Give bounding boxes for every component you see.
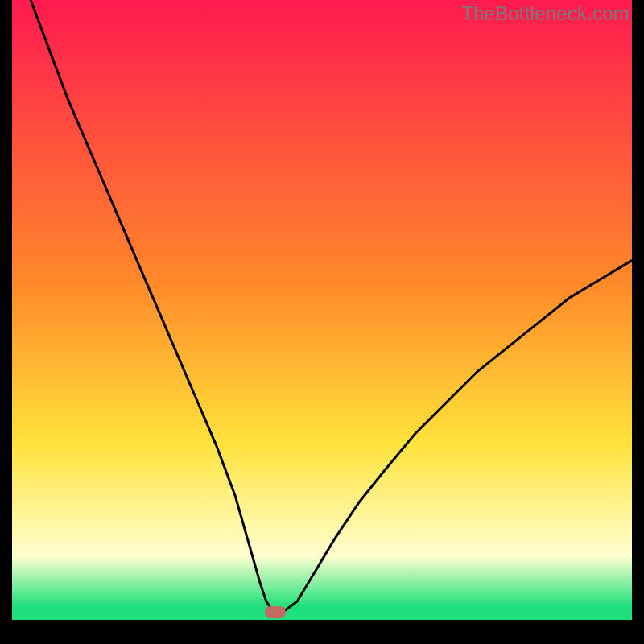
chart-frame [12, 0, 632, 632]
optimal-point-marker [265, 606, 286, 618]
bottom-border [12, 620, 632, 632]
watermark-text: TheBottleneck.com [461, 2, 630, 25]
gradient-background [12, 0, 632, 632]
bottleneck-plot [12, 0, 632, 632]
